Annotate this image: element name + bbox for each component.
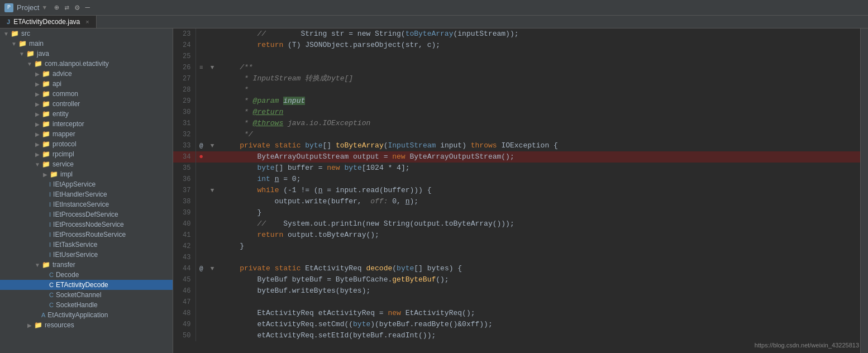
minimize-icon[interactable]: —: [85, 3, 89, 12]
sidebar-item-api[interactable]: ▶ 📁 api: [0, 79, 173, 89]
line-marker: [195, 40, 207, 51]
sync-icon[interactable]: ⇄: [65, 3, 69, 12]
line-code: return output.toByteArray();: [218, 230, 860, 241]
sidebar-item-IEtProcessNodeService[interactable]: I IEtProcessNodeService: [0, 220, 173, 230]
table-row: 46 byteBuf.writeBytes(bytes);: [173, 285, 860, 297]
tab-etactivitydecode[interactable]: J ETActivityDecode.java ×: [0, 16, 97, 28]
line-marker: @: [195, 263, 207, 274]
table-row: 31 * @throws java.io.IOException: [173, 118, 860, 129]
folder-icon: 📁: [10, 30, 19, 37]
sidebar-item-SocketChannel[interactable]: C SocketChannel: [0, 290, 173, 300]
sidebar-item-IEtInstanceService[interactable]: I IEtInstanceService: [0, 199, 173, 209]
line-number: 48: [173, 308, 195, 319]
line-code: private static byte[] toByteArray(InputS…: [218, 140, 860, 151]
sidebar-item-EtActivityApplication[interactable]: A EtActivityApplication: [0, 310, 173, 320]
line-code: private static EtActivityReq decode(byte…: [218, 263, 860, 274]
scrollbar-track[interactable]: [860, 28, 868, 353]
line-number: 36: [173, 174, 195, 185]
line-marker: [195, 285, 207, 297]
class-main-icon: A: [41, 312, 45, 318]
line-marker: [195, 330, 207, 341]
sidebar-item-mapper[interactable]: ▶ 📁 mapper: [0, 129, 173, 139]
sidebar-item-entity[interactable]: ▶ 📁 entity: [0, 109, 173, 119]
code-table: 23 // String str = new String(toByteArra…: [173, 28, 860, 341]
sidebar-item-resources[interactable]: ▶ 📁 resources: [0, 320, 173, 330]
sidebar-item-transfer[interactable]: ▼ 📁 transfer: [0, 260, 173, 270]
sidebar-item-IEtProcessDefService[interactable]: I IEtProcessDefService: [0, 209, 173, 220]
line-code: byteBuf.writeBytes(bytes);: [218, 285, 860, 297]
line-marker2: [207, 151, 218, 163]
tab-label: ETActivityDecode.java: [13, 18, 80, 26]
line-number: 40: [173, 218, 195, 230]
line-marker2: [207, 196, 218, 207]
line-number: 38: [173, 196, 195, 207]
sidebar-item-interceptor[interactable]: ▶ 📁 interceptor: [0, 119, 173, 129]
title-icons: ⊕ ⇄ ⚙ —: [54, 3, 90, 12]
folder-icon: 📁: [34, 60, 42, 68]
line-number: 42: [173, 241, 195, 252]
line-number: 43: [173, 252, 195, 263]
line-code: etActivityReq.setCmd((byte)(byteBuf.read…: [218, 319, 860, 330]
folder-icon: 📁: [18, 40, 27, 47]
project-icon: P: [4, 3, 13, 12]
project-title[interactable]: Project: [17, 3, 39, 12]
line-code: etActivityReq.setEtId(byteBuf.readInt())…: [218, 330, 860, 341]
sidebar-item-IEtProcessRouteService[interactable]: I IEtProcessRouteService: [0, 230, 173, 240]
folder-icon: 📁: [41, 150, 50, 158]
line-marker2: [207, 107, 218, 118]
sidebar-item-SocketHandle[interactable]: C SocketHandle: [0, 300, 173, 310]
line-marker: [195, 96, 207, 107]
sidebar-item-advice[interactable]: ▶ 📁 advice: [0, 69, 173, 79]
sidebar-item-Decode[interactable]: C Decode: [0, 270, 173, 280]
sidebar-item-main[interactable]: ▼ 📁 main: [0, 39, 173, 49]
line-marker: [195, 163, 207, 174]
line-marker2: [207, 40, 218, 51]
sidebar-item-IEtAppService[interactable]: I IEtAppService: [0, 179, 173, 189]
line-marker: [195, 73, 207, 84]
folder-icon: 📁: [41, 90, 50, 98]
sidebar-item-ETActivityDecode[interactable]: C ETActivityDecode: [0, 280, 173, 290]
settings-icon[interactable]: ⚙: [75, 3, 79, 12]
line-code: ByteBuf byteBuf = ByteBufCache.getByteBu…: [218, 274, 860, 285]
line-marker2: [207, 129, 218, 140]
sidebar-item-IEtUserService[interactable]: I IEtUserService: [0, 250, 173, 260]
line-number: 44: [173, 263, 195, 274]
line-marker2: [207, 330, 218, 341]
line-marker: [195, 107, 207, 118]
url-bar: https://blog.csdn.net/weixin_43225813: [755, 342, 859, 349]
line-marker: [195, 185, 207, 196]
line-code: // String str = new String(toByteArray(i…: [218, 28, 860, 40]
table-row: 37 ▼ while (-1 != (n = input.read(buffer…: [173, 185, 860, 196]
line-marker2: ▼: [207, 62, 218, 73]
sidebar-item-java[interactable]: ▼ 📁 java: [0, 49, 173, 59]
line-number: 45: [173, 274, 195, 285]
sidebar-item-IEtHandlerService[interactable]: I IEtHandlerService: [0, 189, 173, 199]
line-number: 23: [173, 28, 195, 40]
editor-content[interactable]: 23 // String str = new String(toByteArra…: [173, 28, 860, 353]
line-marker: @: [195, 140, 207, 151]
line-code: while (-1 != (n = input.read(buffer))) {: [218, 185, 860, 196]
sidebar-item-service[interactable]: ▼ 📁 service: [0, 159, 173, 169]
line-code: * @param input: [218, 96, 860, 107]
sidebar-item-IEtTaskService[interactable]: I IEtTaskService: [0, 240, 173, 250]
sidebar-item-protocol[interactable]: ▶ 📁 protocol: [0, 139, 173, 149]
folder-icon: 📁: [49, 170, 58, 178]
line-marker2: [207, 218, 218, 230]
sidebar-item-impl[interactable]: ▶ 📁 impl: [0, 169, 173, 179]
line-marker2: [207, 297, 218, 308]
sidebar-item-controller[interactable]: ▶ 📁 controller: [0, 99, 173, 109]
sidebar-item-rpcimpl[interactable]: ▶ 📁 rpcimpl: [0, 149, 173, 159]
tab-close-button[interactable]: ×: [85, 18, 89, 25]
line-marker2: [207, 84, 218, 96]
sidebar-item-com[interactable]: ▼ 📁 com.alanpoi.etactivity: [0, 59, 173, 69]
project-arrow[interactable]: ▼: [42, 4, 46, 11]
add-icon[interactable]: ⊕: [54, 3, 59, 12]
folder-icon: 📁: [41, 140, 50, 148]
line-marker: [195, 241, 207, 252]
table-row: 30 * @return: [173, 107, 860, 118]
line-marker: [195, 207, 207, 218]
table-row: 32 */: [173, 129, 860, 140]
sidebar-item-src[interactable]: ▼ 📁 src: [0, 28, 173, 39]
sidebar-item-common[interactable]: ▶ 📁 common: [0, 89, 173, 99]
line-marker: [195, 174, 207, 185]
